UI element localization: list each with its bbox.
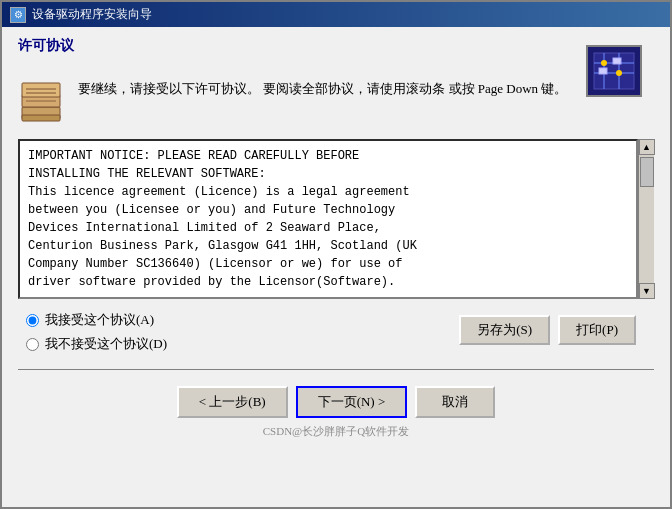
scroll-up-button[interactable]: ▲ — [639, 139, 655, 155]
divider — [18, 369, 654, 370]
book-icon — [18, 79, 66, 127]
window-icon: ⚙ — [10, 7, 26, 23]
accept-radio-label[interactable]: 我接受这个协议(A) — [26, 311, 167, 329]
svg-point-7 — [616, 70, 622, 76]
scroll-thumb[interactable] — [640, 157, 654, 187]
scroll-down-button[interactable]: ▼ — [639, 283, 655, 299]
scroll-track[interactable] — [639, 155, 654, 283]
title-bar: ⚙ 设备驱动程序安装向导 — [2, 2, 670, 27]
logo-box — [586, 45, 642, 97]
back-button[interactable]: < 上一步(B) — [177, 386, 288, 418]
license-container: IMPORTANT NOTICE: PLEASE READ CAREFULLY … — [18, 139, 654, 299]
instruction-text: 要继续，请接受以下许可协议。 要阅读全部协议，请使用滚动条 或按 Page Do… — [78, 79, 654, 100]
radio-group: 我接受这个协议(A) 我不接受这个协议(D) — [26, 311, 167, 353]
next-button[interactable]: 下一页(N) > — [296, 386, 408, 418]
svg-rect-8 — [599, 68, 607, 74]
main-window: ⚙ 设备驱动程序安装向导 许可协议 — [0, 0, 672, 509]
instruction-row: 要继续，请接受以下许可协议。 要阅读全部协议，请使用滚动条 或按 Page Do… — [18, 79, 654, 127]
cancel-button[interactable]: 取消 — [415, 386, 495, 418]
header-area: 许可协议 — [18, 37, 654, 71]
license-textbox[interactable]: IMPORTANT NOTICE: PLEASE READ CAREFULLY … — [18, 139, 638, 299]
svg-rect-16 — [22, 115, 60, 121]
svg-point-6 — [601, 60, 607, 66]
license-content: IMPORTANT NOTICE: PLEASE READ CAREFULLY … — [28, 147, 628, 291]
svg-rect-12 — [22, 83, 60, 97]
nav-buttons-row: < 上一步(B) 下一页(N) > 取消 — [18, 378, 654, 422]
decline-radio[interactable] — [26, 338, 39, 351]
content-area: 许可协议 — [2, 27, 670, 507]
save-as-button[interactable]: 另存为(S) — [459, 315, 550, 345]
decline-radio-label[interactable]: 我不接受这个协议(D) — [26, 335, 167, 353]
accept-radio-text: 我接受这个协议(A) — [45, 311, 154, 329]
window-title: 设备驱动程序安装向导 — [32, 6, 662, 23]
decline-radio-text: 我不接受这个协议(D) — [45, 335, 167, 353]
action-buttons: 另存为(S) 打印(P) — [459, 315, 636, 345]
print-button[interactable]: 打印(P) — [558, 315, 636, 345]
accept-radio[interactable] — [26, 314, 39, 327]
scrollbar-vertical[interactable]: ▲ ▼ — [638, 139, 654, 299]
section-title: 许可协议 — [18, 37, 74, 59]
watermark: CSDN@长沙胖胖子Q软件开发 — [18, 422, 654, 441]
svg-rect-9 — [613, 58, 621, 64]
